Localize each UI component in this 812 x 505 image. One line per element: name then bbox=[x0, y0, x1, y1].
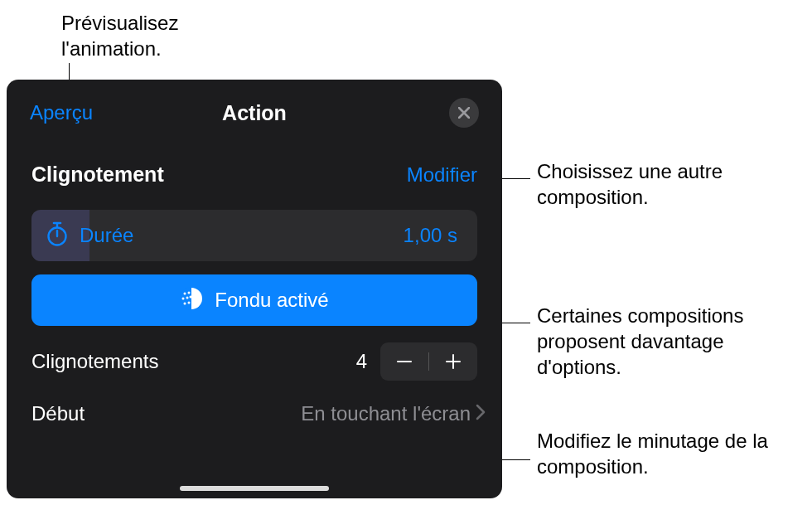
fondu-label: Fondu activé bbox=[215, 289, 328, 312]
svg-point-12 bbox=[188, 302, 191, 304]
svg-point-11 bbox=[184, 303, 186, 305]
preview-button[interactable]: Aperçu bbox=[30, 101, 93, 124]
svg-point-8 bbox=[182, 298, 185, 300]
stepper-minus-button[interactable] bbox=[380, 342, 428, 381]
chevron-right-icon bbox=[476, 401, 486, 426]
count-label: Clignotements bbox=[31, 350, 158, 373]
panel-title: Action bbox=[222, 101, 287, 125]
minus-icon bbox=[396, 353, 413, 370]
close-button[interactable] bbox=[449, 98, 479, 128]
svg-point-6 bbox=[184, 293, 186, 295]
fondu-icon bbox=[180, 287, 203, 313]
plus-icon bbox=[445, 353, 462, 370]
count-value: 4 bbox=[356, 350, 367, 373]
fondu-button[interactable]: Fondu activé bbox=[31, 274, 477, 326]
annotation-choose-composition: Choisissez une autre composition. bbox=[537, 158, 785, 210]
modify-button[interactable]: Modifier bbox=[407, 163, 477, 187]
effect-section-header: Clignotement Modifier bbox=[7, 148, 502, 197]
start-row[interactable]: Début En touchant l'écran bbox=[31, 401, 486, 426]
action-panel: Aperçu Action Clignotement Modifier Duré… bbox=[7, 80, 502, 498]
svg-point-9 bbox=[186, 297, 189, 299]
duration-value: 1,00 s bbox=[404, 224, 477, 247]
count-stepper bbox=[380, 342, 477, 381]
duration-label: Durée bbox=[80, 224, 133, 247]
effect-name: Clignotement bbox=[31, 163, 164, 187]
svg-point-7 bbox=[188, 292, 191, 294]
annotation-timing: Modifiez le minutage de la composition. bbox=[537, 428, 785, 479]
annotation-preview: Prévisualisez l'animation. bbox=[61, 10, 227, 61]
timer-icon bbox=[46, 221, 68, 250]
start-value: En touchant l'écran bbox=[301, 402, 471, 425]
stepper-plus-button[interactable] bbox=[429, 342, 477, 381]
panel-header: Aperçu Action bbox=[7, 80, 502, 148]
annotation-more-options: Certaines compositions proposent davanta… bbox=[537, 303, 802, 381]
count-row: Clignotements 4 bbox=[31, 342, 477, 381]
duration-slider[interactable]: Durée 1,00 s bbox=[31, 210, 477, 261]
close-icon bbox=[458, 107, 470, 119]
start-label: Début bbox=[31, 402, 85, 425]
callout-line bbox=[500, 323, 530, 323]
home-indicator[interactable] bbox=[180, 486, 329, 491]
